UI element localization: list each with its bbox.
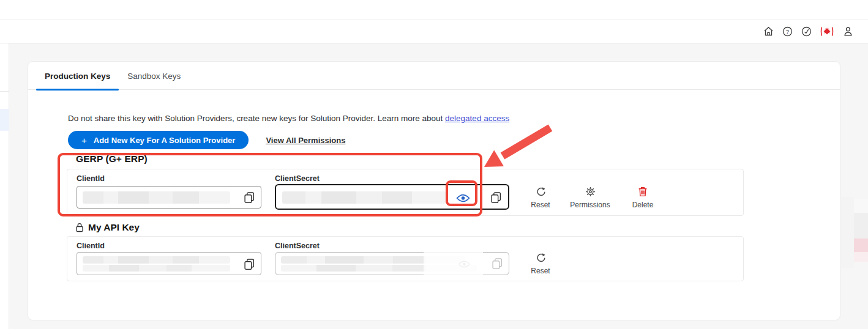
sidebar-sliver: [0, 43, 9, 329]
api-keys-page: ? Production Keys Sandbox: [0, 0, 868, 329]
client-id-redacted-value: [83, 191, 230, 204]
reveal-client-secret-button[interactable]: [455, 191, 470, 205]
tab-production-keys[interactable]: Production Keys: [36, 62, 119, 90]
view-all-permissions-link[interactable]: View All Permissions: [266, 136, 345, 145]
client-secret-label-2: ClientSecret: [275, 242, 320, 250]
client-id-field[interactable]: [77, 186, 261, 209]
copy-client-id-button[interactable]: [243, 191, 255, 204]
reset-label: Reset: [516, 201, 565, 209]
share-warning-body: Do not share this key with Solution Prov…: [68, 114, 443, 123]
reset-key-action[interactable]: Reset: [516, 187, 565, 209]
add-new-key-label: Add New Key For A Solution Provider: [94, 136, 236, 145]
api-keys-card: Production Keys Sandbox Keys Do not shar…: [28, 61, 840, 320]
plus-icon: +: [81, 136, 87, 145]
client-secret-field[interactable]: [275, 184, 509, 210]
site-header: ?: [0, 20, 868, 43]
section-header-my-api-key: My API Key: [75, 222, 140, 233]
add-new-key-button[interactable]: + Add New Key For A Solution Provider: [68, 131, 249, 149]
delete-label: Delete: [618, 201, 667, 209]
client-id-redacted-value-2: [83, 256, 230, 264]
reset-key-action-2[interactable]: Reset: [516, 253, 565, 275]
sidebar-item-active[interactable]: [0, 109, 9, 131]
delete-key-action[interactable]: Delete: [618, 187, 667, 209]
copy-client-secret-button[interactable]: [490, 191, 502, 204]
home-icon[interactable]: [763, 26, 774, 37]
share-warning-text: Do not share this key with Solution Prov…: [68, 114, 509, 123]
my-api-key-panel: ClientId ClientSecret: [67, 236, 744, 281]
copy-client-secret-button-2[interactable]: [491, 257, 503, 270]
section-title-gerp: GERP (G+ ERP): [76, 153, 148, 164]
gerp-key-panel: ClientId ClientSecret: [67, 169, 744, 216]
section-title-my-api-key: My API Key: [88, 222, 140, 233]
annotation-arrow: [478, 120, 558, 172]
sidebar-divider: [0, 91, 9, 92]
account-icon[interactable]: [842, 26, 853, 37]
tab-sandbox-keys[interactable]: Sandbox Keys: [119, 62, 189, 90]
reset-label-2: Reset: [516, 267, 565, 275]
client-id-label-2: ClientId: [77, 242, 105, 250]
client-secret-redacted-value: [282, 191, 446, 204]
browser-top-strip: [0, 0, 868, 20]
svg-text:?: ?: [785, 28, 788, 34]
keys-tabbar: Production Keys Sandbox Keys: [28, 62, 840, 90]
client-id-redacted-value-2b: [83, 265, 230, 272]
client-secret-label: ClientSecret: [275, 174, 320, 183]
permissions-action[interactable]: Permissions: [566, 187, 615, 209]
permissions-label: Permissions: [566, 201, 615, 209]
status-check-icon[interactable]: [801, 26, 812, 37]
lock-icon: [75, 223, 84, 232]
client-id-field-2[interactable]: [77, 252, 261, 275]
blur-overlay: [424, 245, 483, 276]
help-icon[interactable]: ?: [782, 26, 793, 37]
canada-flag-icon[interactable]: [820, 26, 834, 37]
copy-client-id-button-2[interactable]: [243, 257, 255, 271]
keys-toolbar: + Add New Key For A Solution Provider Vi…: [68, 131, 345, 149]
delegated-access-link[interactable]: delegated access: [445, 114, 509, 123]
client-id-label: ClientId: [77, 174, 105, 183]
